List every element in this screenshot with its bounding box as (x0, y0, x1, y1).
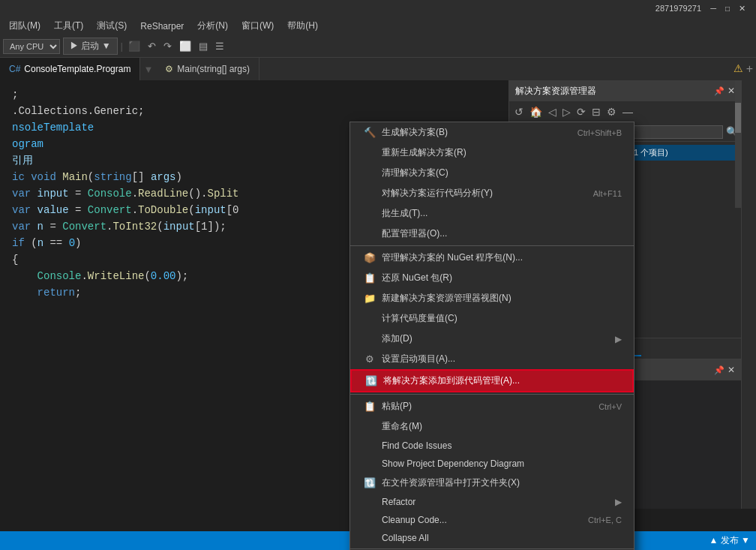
props-close-btn[interactable]: ✕ (728, 365, 735, 375)
menu-resharper[interactable]: ReSharper (134, 20, 190, 33)
ctx-build[interactable]: 🔨 生成解决方案(B) Ctrl+Shift+B (350, 122, 634, 143)
toolbar-fwd-btn[interactable]: ▷ (560, 106, 573, 118)
publish-button[interactable]: ▲ 发布 ▼ (710, 534, 750, 547)
ctx-batch-label: 批生成(T)... (382, 207, 428, 220)
ctx-startup-icon: ⚙ (362, 353, 377, 365)
ctx-batch[interactable]: 批生成(T)... (350, 203, 634, 224)
build-number: 2871979271 (656, 4, 701, 13)
ctx-find-issues-label: Find Code Issues (382, 440, 452, 451)
toolbar-btn-1[interactable]: ⬛ (126, 41, 142, 52)
toolbar-btn-5[interactable]: ▤ (196, 41, 210, 52)
warning-icon: ⚠ (734, 62, 743, 76)
ctx-open-folder[interactable]: 🔃 在文件资源管理器中打开文件夹(X) (350, 473, 634, 493)
ctx-restore-label: 还原 NuGet 包(R) (382, 272, 452, 284)
toolbar-btn-4[interactable]: ⬜ (177, 41, 194, 52)
ctx-build-icon: 🔨 (362, 127, 377, 138)
ctx-add-arrow: ▶ (615, 334, 622, 344)
minimize-btn[interactable]: ─ (706, 4, 721, 13)
maximize-btn[interactable]: □ (721, 5, 734, 13)
ctx-source-icon: 🔃 (364, 375, 379, 386)
toolbar-btn-2[interactable]: ↶ (146, 41, 158, 52)
close-btn[interactable]: ✕ (734, 4, 750, 14)
toolbar-btn-3[interactable]: ↷ (161, 41, 174, 52)
menu-bar: 团队(M) 工具(T) 测试(S) ReSharper 分析(N) 窗口(W) … (0, 17, 756, 35)
ctx-paste-icon: 📋 (362, 401, 377, 412)
start-button[interactable]: ▶ 启动 ▼ (63, 38, 118, 55)
ctx-nuget-label: 管理解决方案的 NuGet 程序包(N)... (382, 251, 523, 264)
toolbar: Any CPU ▶ 启动 ▼ | ⬛ ↶ ↷ ⬜ ▤ ☰ (0, 35, 756, 58)
menu-tools[interactable]: 工具(T) (48, 18, 89, 34)
platform-select[interactable]: Any CPU (3, 39, 60, 54)
ctx-new-explorer[interactable]: 📁 新建解决方案资源管理器视图(N) (350, 288, 634, 308)
toolbar-btn-6[interactable]: ☰ (213, 41, 226, 52)
ctx-startup[interactable]: ⚙ 设置启动项目(A)... (350, 349, 634, 369)
ctx-rebuild[interactable]: 重新生成解决方案(R) (350, 143, 634, 163)
toolbar-back-btn[interactable]: ◁ (546, 106, 559, 118)
ctx-source-label: 将解决方案添加到源代码管理(A)... (383, 374, 520, 387)
ctx-cleanup-label: Cleanup Code... (382, 515, 447, 525)
ctx-folder-icon: 🔃 (362, 477, 377, 488)
ctx-analyze-label: 对解决方案运行代码分析(Y) (382, 187, 493, 200)
toolbar-menu-btn[interactable]: — (620, 106, 635, 118)
ctx-sep-2 (350, 394, 634, 395)
ctx-nuget[interactable]: 📦 管理解决方案的 NuGet 程序包(N)... (350, 248, 634, 268)
ctx-analyze[interactable]: 对解决方案运行代码分析(Y) Alt+F11 (350, 183, 634, 203)
ctx-rebuild-label: 重新生成解决方案(R) (382, 146, 466, 159)
scrollbar[interactable] (735, 80, 741, 208)
menu-test[interactable]: 测试(S) (91, 18, 133, 34)
add-tab-btn[interactable]: + (746, 62, 753, 76)
ctx-refactor[interactable]: Refactor ▶ (350, 493, 634, 511)
title-bar: 2871979271 ─ □ ✕ (0, 0, 756, 17)
context-menu: 🔨 生成解决方案(B) Ctrl+Shift+B 重新生成解决方案(R) 清理解… (350, 122, 634, 550)
solution-explorer-header: 解决方案资源管理器 📌 ✕ (509, 80, 741, 101)
ctx-paste[interactable]: 📋 粘贴(P) Ctrl+V (350, 396, 634, 416)
ctx-build-shortcut: Ctrl+Shift+B (578, 128, 622, 137)
csharp-icon: C# (9, 64, 20, 74)
ctx-dependency[interactable]: Show Project Dependency Diagram (350, 455, 634, 473)
props-pin-btn[interactable]: 📌 (714, 365, 724, 375)
ctx-paste-label: 粘贴(P) (382, 400, 412, 413)
ctx-rename-label: 重命名(M) (382, 420, 422, 433)
ctx-calculate[interactable]: 计算代码度量值(C) (350, 308, 634, 329)
ctx-config[interactable]: 配置管理器(O)... (350, 224, 634, 244)
ctx-startup-label: 设置启动项目(A)... (382, 353, 455, 365)
ctx-cleanup[interactable]: Cleanup Code... Ctrl+E, C (350, 511, 634, 529)
scrollbar-thumb[interactable] (735, 103, 741, 133)
ctx-new-explorer-icon: 📁 (362, 293, 377, 304)
ctx-add[interactable]: 添加(D) ▶ (350, 329, 634, 349)
toolbar-sync-btn[interactable]: ↺ (512, 106, 526, 118)
panel-close-btn[interactable]: ✕ (728, 86, 735, 96)
ctx-add-label: 添加(D) (382, 332, 412, 345)
tab-main-label: Main(string[] args) (177, 64, 250, 74)
ctx-clean[interactable]: 清理解决方案(C) (350, 163, 634, 183)
toolbar-separator: | (121, 41, 123, 52)
toolbar-home-btn[interactable]: 🏠 (527, 106, 544, 118)
tab-main[interactable]: ⚙ Main(string[] args) (156, 58, 260, 80)
ctx-dependency-label: Show Project Dependency Diagram (382, 458, 524, 469)
tab-program[interactable]: C# ConsoleTemplate.Program (0, 58, 140, 80)
toolbar-refresh-btn[interactable]: ⟳ (574, 106, 588, 118)
ctx-calculate-label: 计算代码度量值(C) (382, 312, 458, 325)
ctx-source-control[interactable]: 🔃 将解决方案添加到源代码管理(A)... (350, 369, 634, 392)
ctx-nuget-icon: 📦 (362, 252, 377, 263)
menu-window[interactable]: 窗口(W) (236, 18, 280, 34)
ctx-open-folder-label: 在文件资源管理器中打开文件夹(X) (382, 476, 520, 489)
ctx-sep-3 (350, 548, 634, 549)
ctx-rename[interactable]: 重命名(M) (350, 416, 634, 437)
main-area: ; .Collections.Generic; nsoleTemplate og… (0, 80, 756, 509)
ctx-restore[interactable]: 📋 还原 NuGet 包(R) (350, 268, 634, 288)
ctx-restore-icon: 📋 (362, 272, 377, 284)
panel-toolbar: ↺ 🏠 ◁ ▷ ⟳ ⊟ ⚙ — (509, 101, 741, 122)
pin-btn[interactable]: 📌 (714, 86, 724, 96)
menu-analyze[interactable]: 分析(N) (191, 18, 234, 34)
ctx-paste-shortcut: Ctrl+V (598, 402, 622, 411)
tab-program-label: ConsoleTemplate.Program (24, 64, 130, 74)
menu-help[interactable]: 帮助(H) (281, 18, 324, 34)
ctx-find-issues[interactable]: Find Code Issues (350, 437, 634, 455)
menu-team[interactable]: 团队(M) (3, 18, 46, 34)
right-sidebar (741, 80, 756, 509)
ctx-collapse[interactable]: Collapse All (350, 529, 634, 547)
toolbar-settings-btn[interactable]: ⚙ (604, 106, 619, 118)
toolbar-collapse-btn[interactable]: ⊟ (590, 106, 603, 118)
ctx-analyze-shortcut: Alt+F11 (593, 189, 622, 198)
